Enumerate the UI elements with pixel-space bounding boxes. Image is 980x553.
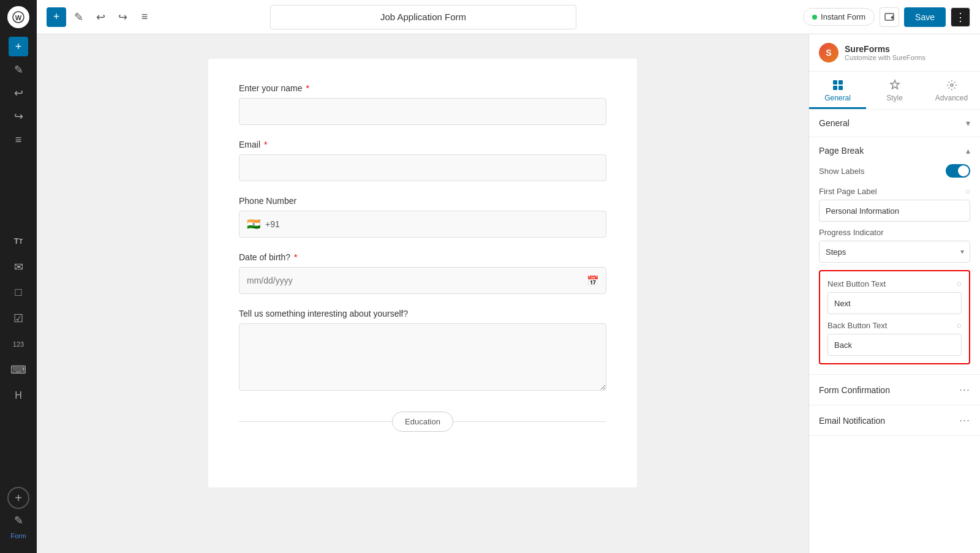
wp-logo[interactable]: W bbox=[7, 6, 29, 28]
name-input[interactable] bbox=[239, 98, 606, 125]
form-confirmation-menu-icon[interactable]: ··· bbox=[959, 383, 970, 396]
sidebar-icon-keyboard[interactable]: ⌨ bbox=[7, 359, 29, 381]
form-confirmation-row[interactable]: Form Confirmation ··· bbox=[809, 375, 980, 405]
name-required: * bbox=[306, 83, 309, 93]
phone-flag: 🇮🇳 bbox=[247, 217, 260, 231]
add-circle-button[interactable]: + bbox=[7, 487, 29, 509]
tab-general[interactable]: General bbox=[809, 72, 866, 109]
email-field: Email * bbox=[239, 140, 606, 181]
first-page-label-icon[interactable]: ○ bbox=[965, 186, 970, 196]
bottom-edit-icon[interactable]: ✎ bbox=[14, 514, 23, 527]
phone-label: Phone Number bbox=[239, 196, 606, 206]
svg-point-7 bbox=[951, 84, 953, 86]
first-page-label-input[interactable] bbox=[819, 200, 970, 222]
add-block-button[interactable]: + bbox=[9, 37, 28, 56]
save-button[interactable]: Save bbox=[904, 7, 946, 27]
redo-icon[interactable]: ↪ bbox=[9, 107, 28, 126]
about-textarea[interactable] bbox=[239, 323, 606, 391]
toolbar-undo-icon[interactable]: ↩ bbox=[91, 7, 110, 27]
page-break-line-left bbox=[239, 421, 392, 422]
dob-input[interactable] bbox=[239, 267, 606, 294]
page-break-section-body: Show Labels First Page Label ○ Progress … bbox=[809, 164, 980, 374]
page-break-section: Page Break ▴ Show Labels First Page Labe… bbox=[809, 137, 980, 375]
next-button-text-row: Next Button Text ○ bbox=[827, 279, 962, 288]
page-break-section-header[interactable]: Page Break ▴ bbox=[809, 137, 980, 164]
sidebar-icon-mail[interactable]: ✉ bbox=[7, 256, 29, 278]
dob-field: Date of birth? * 📅 bbox=[239, 252, 606, 294]
toolbar-list-icon[interactable]: ≡ bbox=[135, 7, 154, 27]
show-labels-toggle[interactable] bbox=[946, 164, 970, 178]
general-section: General ▾ bbox=[809, 110, 980, 137]
sidebar-icon-text[interactable]: TT bbox=[7, 230, 29, 252]
preview-button[interactable] bbox=[880, 7, 899, 27]
email-input[interactable] bbox=[239, 154, 606, 181]
general-section-header[interactable]: General ▾ bbox=[809, 110, 980, 137]
top-toolbar: + ✎ ↩ ↪ ≡ Instant Form Save ⋮ bbox=[37, 0, 980, 34]
sidebar-icon-number[interactable]: 123 bbox=[7, 333, 29, 355]
list-view-icon[interactable]: ≡ bbox=[9, 130, 28, 149]
show-labels-label: Show Labels bbox=[819, 167, 864, 176]
main-area: + ✎ ↩ ↪ ≡ Instant Form Save ⋮ bbox=[37, 0, 980, 553]
email-required: * bbox=[264, 140, 267, 149]
page-break-bar: Education bbox=[239, 412, 606, 432]
tab-advanced[interactable]: Advanced bbox=[923, 72, 980, 109]
back-button-text-row: Back Button Text ○ bbox=[827, 320, 962, 330]
panel-tabs: General Style Advanced bbox=[809, 72, 980, 110]
page-break-button[interactable]: Education bbox=[392, 412, 453, 432]
instant-form-status-dot bbox=[812, 15, 817, 20]
back-button-text-icon[interactable]: ○ bbox=[957, 320, 962, 330]
about-textarea-wrapper bbox=[239, 323, 606, 393]
button-text-highlighted-section: Next Button Text ○ Back Button Text ○ bbox=[819, 270, 970, 364]
calendar-icon: 📅 bbox=[587, 275, 599, 287]
svg-rect-4 bbox=[839, 80, 843, 85]
name-field: Enter your name * bbox=[239, 83, 606, 125]
svg-rect-3 bbox=[833, 80, 837, 85]
first-page-label-text: First Page Label bbox=[819, 187, 877, 196]
email-notification-menu-icon[interactable]: ··· bbox=[959, 414, 970, 427]
undo-icon[interactable]: ↩ bbox=[9, 83, 28, 103]
svg-rect-6 bbox=[839, 86, 843, 90]
tab-style-label: Style bbox=[886, 94, 903, 102]
sureforms-text: SureForms Customize with SureForms bbox=[845, 44, 925, 61]
back-button-text-input[interactable] bbox=[827, 334, 962, 356]
sidebar-icon-header[interactable]: H bbox=[7, 385, 29, 407]
dob-label: Date of birth? * bbox=[239, 252, 606, 262]
instant-form-badge[interactable]: Instant Form bbox=[803, 8, 875, 26]
toolbar-pen-icon[interactable]: ✎ bbox=[69, 7, 88, 27]
tab-general-label: General bbox=[824, 94, 851, 102]
sureforms-subtitle: Customize with SureForms bbox=[845, 54, 925, 61]
sureforms-logo: S bbox=[819, 43, 839, 62]
right-panel: S SureForms Customize with SureForms G bbox=[809, 34, 980, 553]
sureforms-name: SureForms bbox=[845, 44, 925, 54]
email-label: Email * bbox=[239, 140, 606, 149]
form-title-input[interactable] bbox=[270, 5, 576, 29]
sureforms-header: S SureForms Customize with SureForms bbox=[809, 34, 980, 72]
progress-indicator-label: Progress Indicator bbox=[819, 228, 884, 237]
sidebar-icon-checkbox[interactable]: ☑ bbox=[7, 307, 29, 329]
more-options-button[interactable]: ⋮ bbox=[951, 7, 970, 27]
pen-tool-icon[interactable]: ✎ bbox=[9, 60, 28, 80]
general-chevron-icon: ▾ bbox=[966, 118, 970, 128]
form-bottom-label[interactable]: Form bbox=[10, 532, 26, 540]
instant-form-label: Instant Form bbox=[821, 12, 865, 21]
next-button-text-icon[interactable]: ○ bbox=[957, 279, 962, 288]
first-page-label-row: First Page Label ○ bbox=[819, 186, 970, 196]
toolbar-redo-icon[interactable]: ↪ bbox=[113, 7, 132, 27]
insert-block-button[interactable]: + bbox=[47, 7, 66, 27]
sidebar-icon-layout[interactable]: □ bbox=[7, 282, 29, 304]
back-button-text-label: Back Button Text bbox=[827, 321, 887, 330]
phone-field: Phone Number 🇮🇳 +91 bbox=[239, 196, 606, 238]
progress-indicator-select[interactable]: Steps Progress Bar None bbox=[819, 241, 970, 263]
name-label: Enter your name * bbox=[239, 83, 606, 93]
phone-country-code: +91 bbox=[265, 219, 280, 229]
page-break-chevron-icon: ▴ bbox=[966, 146, 970, 156]
content-area: Enter your name * Email * Phon bbox=[37, 34, 980, 553]
next-button-text-input[interactable] bbox=[827, 292, 962, 314]
dob-required: * bbox=[294, 252, 297, 262]
email-notification-row[interactable]: Email Notification ··· bbox=[809, 405, 980, 436]
tab-style[interactable]: Style bbox=[866, 72, 923, 109]
tab-advanced-label: Advanced bbox=[935, 94, 968, 102]
page-break-line-right bbox=[453, 421, 606, 422]
svg-rect-5 bbox=[833, 86, 837, 90]
phone-input[interactable]: 🇮🇳 +91 bbox=[239, 211, 606, 238]
